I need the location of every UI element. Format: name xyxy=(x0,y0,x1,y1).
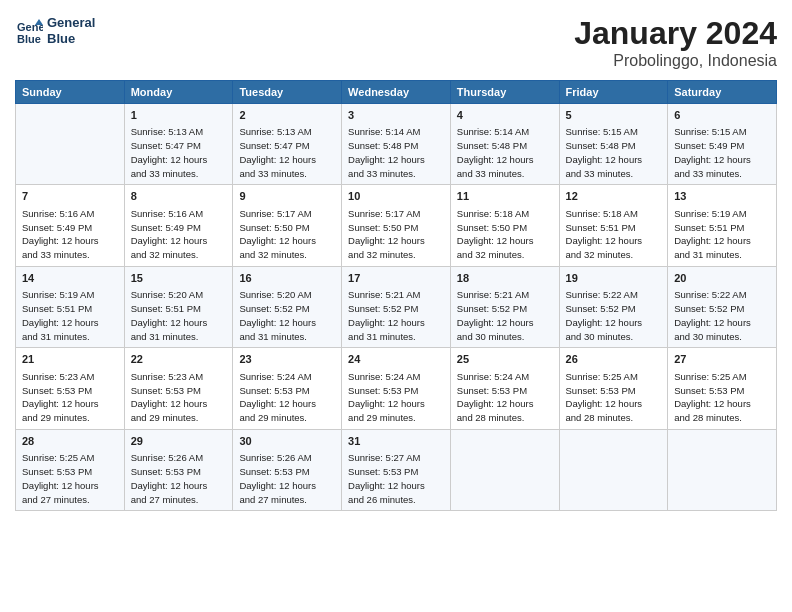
day-info: Sunrise: 5:15 AM Sunset: 5:48 PM Dayligh… xyxy=(566,125,662,180)
day-number: 29 xyxy=(131,434,227,449)
week-row-5: 28Sunrise: 5:25 AM Sunset: 5:53 PM Dayli… xyxy=(16,429,777,510)
day-number: 30 xyxy=(239,434,335,449)
day-info: Sunrise: 5:13 AM Sunset: 5:47 PM Dayligh… xyxy=(239,125,335,180)
day-number: 20 xyxy=(674,271,770,286)
day-number: 2 xyxy=(239,108,335,123)
day-number: 23 xyxy=(239,352,335,367)
day-info: Sunrise: 5:16 AM Sunset: 5:49 PM Dayligh… xyxy=(22,207,118,262)
day-cell: 14Sunrise: 5:19 AM Sunset: 5:51 PM Dayli… xyxy=(16,266,125,347)
day-info: Sunrise: 5:23 AM Sunset: 5:53 PM Dayligh… xyxy=(22,370,118,425)
day-info: Sunrise: 5:27 AM Sunset: 5:53 PM Dayligh… xyxy=(348,451,444,506)
day-number: 11 xyxy=(457,189,553,204)
day-cell: 16Sunrise: 5:20 AM Sunset: 5:52 PM Dayli… xyxy=(233,266,342,347)
day-number: 27 xyxy=(674,352,770,367)
day-info: Sunrise: 5:21 AM Sunset: 5:52 PM Dayligh… xyxy=(348,288,444,343)
day-cell: 10Sunrise: 5:17 AM Sunset: 5:50 PM Dayli… xyxy=(342,185,451,266)
day-info: Sunrise: 5:20 AM Sunset: 5:51 PM Dayligh… xyxy=(131,288,227,343)
day-cell: 8Sunrise: 5:16 AM Sunset: 5:49 PM Daylig… xyxy=(124,185,233,266)
day-cell: 12Sunrise: 5:18 AM Sunset: 5:51 PM Dayli… xyxy=(559,185,668,266)
week-row-4: 21Sunrise: 5:23 AM Sunset: 5:53 PM Dayli… xyxy=(16,348,777,429)
day-info: Sunrise: 5:26 AM Sunset: 5:53 PM Dayligh… xyxy=(239,451,335,506)
col-header-saturday: Saturday xyxy=(668,81,777,104)
day-info: Sunrise: 5:19 AM Sunset: 5:51 PM Dayligh… xyxy=(22,288,118,343)
day-cell: 3Sunrise: 5:14 AM Sunset: 5:48 PM Daylig… xyxy=(342,104,451,185)
header: General Blue General Blue January 2024 P… xyxy=(15,15,777,70)
day-cell: 1Sunrise: 5:13 AM Sunset: 5:47 PM Daylig… xyxy=(124,104,233,185)
day-info: Sunrise: 5:13 AM Sunset: 5:47 PM Dayligh… xyxy=(131,125,227,180)
subtitle: Probolinggo, Indonesia xyxy=(574,52,777,70)
day-cell xyxy=(450,429,559,510)
day-info: Sunrise: 5:19 AM Sunset: 5:51 PM Dayligh… xyxy=(674,207,770,262)
title-section: January 2024 Probolinggo, Indonesia xyxy=(574,15,777,70)
day-info: Sunrise: 5:20 AM Sunset: 5:52 PM Dayligh… xyxy=(239,288,335,343)
day-number: 31 xyxy=(348,434,444,449)
day-number: 8 xyxy=(131,189,227,204)
day-cell xyxy=(559,429,668,510)
day-info: Sunrise: 5:25 AM Sunset: 5:53 PM Dayligh… xyxy=(22,451,118,506)
logo-icon: General Blue xyxy=(15,17,43,45)
day-cell: 11Sunrise: 5:18 AM Sunset: 5:50 PM Dayli… xyxy=(450,185,559,266)
day-info: Sunrise: 5:24 AM Sunset: 5:53 PM Dayligh… xyxy=(457,370,553,425)
day-cell: 19Sunrise: 5:22 AM Sunset: 5:52 PM Dayli… xyxy=(559,266,668,347)
day-number: 9 xyxy=(239,189,335,204)
day-cell: 7Sunrise: 5:16 AM Sunset: 5:49 PM Daylig… xyxy=(16,185,125,266)
day-number: 17 xyxy=(348,271,444,286)
day-cell: 31Sunrise: 5:27 AM Sunset: 5:53 PM Dayli… xyxy=(342,429,451,510)
day-cell: 23Sunrise: 5:24 AM Sunset: 5:53 PM Dayli… xyxy=(233,348,342,429)
day-info: Sunrise: 5:22 AM Sunset: 5:52 PM Dayligh… xyxy=(566,288,662,343)
day-info: Sunrise: 5:24 AM Sunset: 5:53 PM Dayligh… xyxy=(239,370,335,425)
week-row-3: 14Sunrise: 5:19 AM Sunset: 5:51 PM Dayli… xyxy=(16,266,777,347)
day-cell: 29Sunrise: 5:26 AM Sunset: 5:53 PM Dayli… xyxy=(124,429,233,510)
day-cell: 13Sunrise: 5:19 AM Sunset: 5:51 PM Dayli… xyxy=(668,185,777,266)
day-info: Sunrise: 5:25 AM Sunset: 5:53 PM Dayligh… xyxy=(674,370,770,425)
day-number: 5 xyxy=(566,108,662,123)
day-info: Sunrise: 5:17 AM Sunset: 5:50 PM Dayligh… xyxy=(239,207,335,262)
week-row-2: 7Sunrise: 5:16 AM Sunset: 5:49 PM Daylig… xyxy=(16,185,777,266)
day-info: Sunrise: 5:22 AM Sunset: 5:52 PM Dayligh… xyxy=(674,288,770,343)
day-info: Sunrise: 5:18 AM Sunset: 5:51 PM Dayligh… xyxy=(566,207,662,262)
day-number: 14 xyxy=(22,271,118,286)
header-row: SundayMondayTuesdayWednesdayThursdayFrid… xyxy=(16,81,777,104)
day-info: Sunrise: 5:15 AM Sunset: 5:49 PM Dayligh… xyxy=(674,125,770,180)
day-info: Sunrise: 5:26 AM Sunset: 5:53 PM Dayligh… xyxy=(131,451,227,506)
day-number: 16 xyxy=(239,271,335,286)
day-number: 10 xyxy=(348,189,444,204)
day-info: Sunrise: 5:25 AM Sunset: 5:53 PM Dayligh… xyxy=(566,370,662,425)
svg-text:Blue: Blue xyxy=(17,33,41,45)
day-cell: 2Sunrise: 5:13 AM Sunset: 5:47 PM Daylig… xyxy=(233,104,342,185)
day-cell: 28Sunrise: 5:25 AM Sunset: 5:53 PM Dayli… xyxy=(16,429,125,510)
main-title: January 2024 xyxy=(574,15,777,52)
day-cell xyxy=(16,104,125,185)
day-info: Sunrise: 5:17 AM Sunset: 5:50 PM Dayligh… xyxy=(348,207,444,262)
day-number: 28 xyxy=(22,434,118,449)
col-header-thursday: Thursday xyxy=(450,81,559,104)
day-number: 24 xyxy=(348,352,444,367)
day-number: 4 xyxy=(457,108,553,123)
day-info: Sunrise: 5:23 AM Sunset: 5:53 PM Dayligh… xyxy=(131,370,227,425)
day-cell: 20Sunrise: 5:22 AM Sunset: 5:52 PM Dayli… xyxy=(668,266,777,347)
day-number: 12 xyxy=(566,189,662,204)
day-cell: 15Sunrise: 5:20 AM Sunset: 5:51 PM Dayli… xyxy=(124,266,233,347)
day-cell: 6Sunrise: 5:15 AM Sunset: 5:49 PM Daylig… xyxy=(668,104,777,185)
day-cell: 17Sunrise: 5:21 AM Sunset: 5:52 PM Dayli… xyxy=(342,266,451,347)
col-header-friday: Friday xyxy=(559,81,668,104)
calendar-table: SundayMondayTuesdayWednesdayThursdayFrid… xyxy=(15,80,777,511)
main-container: General Blue General Blue January 2024 P… xyxy=(0,0,792,521)
day-cell: 22Sunrise: 5:23 AM Sunset: 5:53 PM Dayli… xyxy=(124,348,233,429)
col-header-monday: Monday xyxy=(124,81,233,104)
day-number: 22 xyxy=(131,352,227,367)
day-number: 15 xyxy=(131,271,227,286)
day-cell: 27Sunrise: 5:25 AM Sunset: 5:53 PM Dayli… xyxy=(668,348,777,429)
day-number: 18 xyxy=(457,271,553,286)
day-cell: 5Sunrise: 5:15 AM Sunset: 5:48 PM Daylig… xyxy=(559,104,668,185)
day-number: 21 xyxy=(22,352,118,367)
day-number: 6 xyxy=(674,108,770,123)
day-number: 3 xyxy=(348,108,444,123)
col-header-tuesday: Tuesday xyxy=(233,81,342,104)
day-info: Sunrise: 5:21 AM Sunset: 5:52 PM Dayligh… xyxy=(457,288,553,343)
logo-text: General Blue xyxy=(47,15,95,46)
day-cell: 9Sunrise: 5:17 AM Sunset: 5:50 PM Daylig… xyxy=(233,185,342,266)
day-info: Sunrise: 5:16 AM Sunset: 5:49 PM Dayligh… xyxy=(131,207,227,262)
col-header-wednesday: Wednesday xyxy=(342,81,451,104)
day-number: 26 xyxy=(566,352,662,367)
